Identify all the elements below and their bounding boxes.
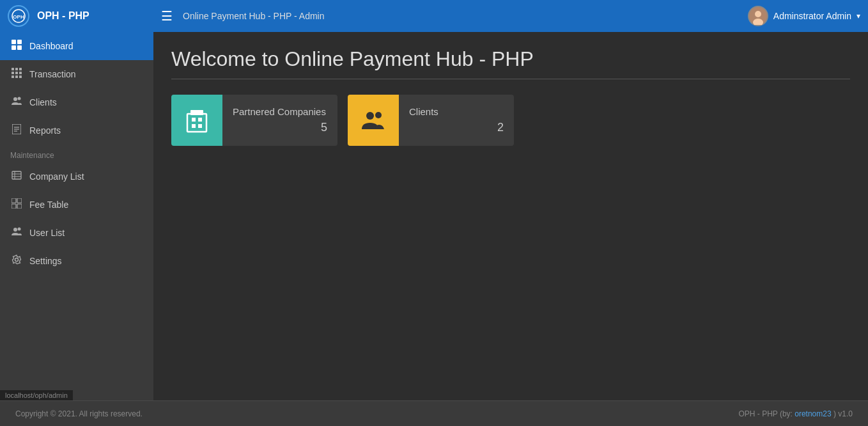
- sidebar-item-company-list[interactable]: Company List: [0, 162, 153, 191]
- reports-icon: [10, 124, 23, 137]
- hamburger-icon[interactable]: ☰: [161, 8, 173, 24]
- footer-right-text: OPH - PHP (by:: [738, 409, 794, 418]
- sidebar: Dashboard Transaction: [0, 32, 153, 426]
- svg-rect-37: [192, 118, 196, 122]
- svg-rect-14: [19, 72, 22, 74]
- sidebar-item-settings[interactable]: Settings: [0, 247, 153, 275]
- brand-name: OPH - PHP: [37, 10, 89, 22]
- svg-text:OPH: OPH: [13, 14, 24, 20]
- footer: Copyright © 2021. All rights reserved. O…: [0, 400, 868, 426]
- svg-point-18: [13, 97, 17, 101]
- svg-rect-9: [12, 68, 14, 70]
- svg-rect-13: [15, 72, 18, 74]
- partnered-companies-icon: [171, 95, 222, 146]
- card-clients[interactable]: Clients 2: [348, 95, 514, 146]
- sidebar-item-dashboard[interactable]: Dashboard: [0, 32, 153, 60]
- status-url: localhost/oph/admin: [5, 391, 68, 399]
- sidebar-item-clients[interactable]: Clients: [0, 88, 153, 116]
- sidebar-item-reports-label: Reports: [29, 125, 61, 136]
- sidebar-item-company-list-label: Company List: [29, 171, 84, 182]
- svg-rect-24: [12, 171, 21, 179]
- svg-rect-6: [17, 40, 22, 44]
- topbar-right: Adminstrator Admin ▾: [748, 6, 860, 26]
- footer-copyright: Copyright © 2021. All rights reserved.: [15, 409, 143, 418]
- svg-point-19: [18, 97, 21, 100]
- settings-icon: [10, 255, 23, 267]
- topbar-left: OPH OPH - PHP: [8, 5, 89, 27]
- footer-right: OPH - PHP (by: oretnom23 ) v1.0: [738, 409, 853, 418]
- sidebar-item-transaction-label: Transaction: [29, 69, 76, 79]
- partnered-companies-label: Partnered Companies: [233, 106, 327, 117]
- clients-card-body: Clients 2: [399, 99, 514, 142]
- svg-rect-30: [12, 204, 16, 209]
- clients-card-icon: [348, 95, 399, 146]
- admin-name[interactable]: Adminstrator Admin: [773, 11, 851, 21]
- company-list-icon: [10, 170, 23, 183]
- clients-icon: [10, 96, 23, 109]
- sidebar-item-settings-label: Settings: [29, 256, 62, 266]
- svg-point-41: [366, 112, 374, 120]
- svg-rect-5: [12, 40, 16, 44]
- sidebar-item-dashboard-label: Dashboard: [29, 41, 74, 51]
- partnered-companies-value: 5: [233, 121, 327, 134]
- svg-point-33: [18, 228, 21, 231]
- svg-point-3: [755, 11, 761, 17]
- sidebar-item-fee-table[interactable]: Fee Table: [0, 191, 153, 219]
- status-bar: localhost/oph/admin: [0, 390, 73, 400]
- svg-point-34: [15, 258, 19, 262]
- svg-rect-40: [198, 124, 202, 128]
- svg-point-32: [13, 228, 17, 232]
- topbar: OPH OPH - PHP ☰ Online Payment Hub - PHP…: [0, 0, 868, 32]
- hamburger-btn[interactable]: ☰ Online Payment Hub - PHP - Admin: [161, 8, 325, 24]
- fee-table-icon: [10, 198, 23, 211]
- topbar-title: Online Payment Hub - PHP - Admin: [183, 11, 325, 21]
- user-list-icon: [10, 226, 23, 239]
- svg-rect-29: [17, 198, 22, 203]
- dashboard-icon: [10, 40, 23, 52]
- clients-card-label: Clients: [409, 106, 504, 117]
- clients-card-value: 2: [409, 121, 504, 134]
- svg-rect-35: [187, 114, 206, 132]
- layout: Dashboard Transaction: [0, 32, 868, 426]
- page-title: Welcome to Online Payment Hub - PHP: [171, 47, 850, 71]
- svg-rect-38: [198, 118, 202, 122]
- sidebar-item-clients-label: Clients: [29, 97, 57, 107]
- footer-right-suffix: ) v1.0: [832, 409, 853, 418]
- sidebar-item-reports[interactable]: Reports: [0, 116, 153, 145]
- sidebar-item-fee-table-label: Fee Table: [29, 200, 68, 210]
- svg-rect-28: [12, 198, 16, 203]
- sidebar-item-transaction[interactable]: Transaction: [0, 60, 153, 88]
- svg-point-42: [375, 112, 382, 118]
- partnered-companies-body: Partnered Companies 5: [222, 99, 337, 142]
- svg-rect-12: [12, 72, 14, 74]
- admin-dropdown-icon[interactable]: ▾: [856, 12, 860, 20]
- svg-rect-8: [17, 45, 22, 50]
- svg-rect-15: [12, 75, 14, 78]
- svg-rect-16: [15, 75, 18, 78]
- app-logo: OPH: [8, 5, 29, 27]
- svg-rect-31: [17, 204, 22, 209]
- main-content: Welcome to Online Payment Hub - PHP Pa: [153, 32, 868, 426]
- card-partnered-companies[interactable]: Partnered Companies 5: [171, 95, 337, 146]
- title-divider: [171, 79, 850, 79]
- cards-row: Partnered Companies 5 Clients 2: [171, 95, 850, 146]
- footer-link[interactable]: oretnom23: [794, 409, 831, 418]
- svg-rect-17: [19, 75, 22, 78]
- sidebar-item-user-list[interactable]: User List: [0, 219, 153, 247]
- transaction-icon: [10, 68, 23, 81]
- svg-rect-11: [19, 68, 22, 70]
- svg-rect-36: [190, 110, 203, 115]
- maintenance-section-label: Maintenance: [0, 145, 153, 162]
- avatar: [748, 6, 768, 26]
- sidebar-item-user-list-label: User List: [29, 228, 65, 238]
- svg-rect-10: [15, 68, 18, 70]
- svg-rect-7: [12, 45, 16, 50]
- svg-rect-39: [192, 124, 196, 128]
